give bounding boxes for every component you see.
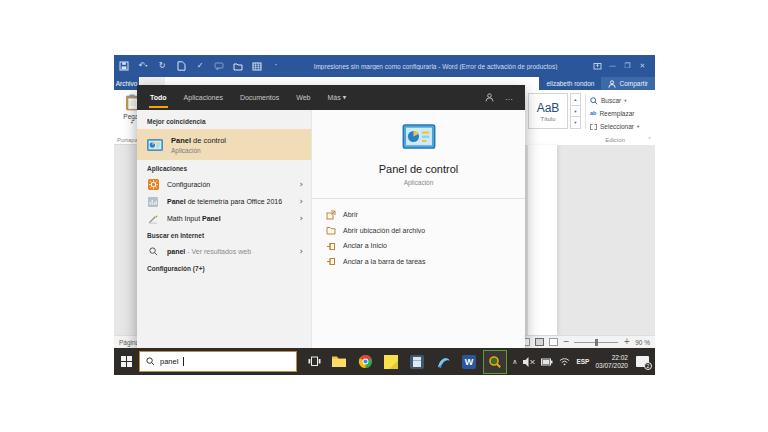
- group-divider: [585, 94, 586, 129]
- find-button[interactable]: Buscar▾: [590, 94, 639, 107]
- close-button[interactable]: ✕: [635, 62, 650, 70]
- wifi-icon[interactable]: [559, 357, 570, 366]
- result-panel-telemetria[interactable]: Panel de telemetría para Office 2016 ›: [137, 193, 311, 210]
- tab-archivo[interactable]: Archivo: [114, 77, 139, 90]
- clock[interactable]: 22:02 03/07/2020: [595, 354, 628, 370]
- chevron-right-icon[interactable]: ›: [299, 214, 303, 223]
- taskbar-app-file-explorer[interactable]: [326, 348, 352, 375]
- select-dropdown-icon: ▾: [637, 124, 639, 129]
- share-label: Compartir: [619, 80, 648, 87]
- tab-mas[interactable]: Más▼: [326, 94, 347, 101]
- result-math-input-panel[interactable]: Math Input Panel ›: [137, 210, 311, 227]
- taskbar-app-sticky-notes[interactable]: [378, 348, 404, 375]
- find-dropdown-icon: ▾: [624, 98, 626, 103]
- new-document-icon[interactable]: [176, 61, 186, 71]
- taskbar-app-chrome[interactable]: [352, 348, 378, 375]
- word-title-bar: ↶▾ ↻ ✓ · Impresiones sin margen como con…: [114, 55, 655, 77]
- zoom-out-button[interactable]: −: [563, 338, 570, 346]
- battery-icon[interactable]: [541, 358, 553, 366]
- comment-icon[interactable]: [214, 61, 224, 71]
- action-label: Anclar a Inicio: [343, 242, 387, 249]
- taskbar: panel W ∧ ESP 22:02: [114, 348, 655, 375]
- search-icon: [146, 357, 155, 366]
- result-web-panel[interactable]: panel - Ver resultados web ›: [137, 243, 311, 260]
- tab-web[interactable]: Web: [295, 94, 311, 101]
- find-label: Buscar: [601, 97, 621, 104]
- action-anclar-inicio[interactable]: Anclar a Inicio: [312, 238, 525, 254]
- zoom-slider[interactable]: [574, 342, 618, 343]
- best-match-subtitle: Aplicación: [171, 147, 226, 154]
- text-caret: [183, 357, 184, 366]
- qat-more-icon[interactable]: ·: [271, 61, 281, 71]
- zoom-in-button[interactable]: +: [623, 338, 630, 346]
- gallery-up-button[interactable]: ▴: [570, 93, 581, 106]
- apps-header: Aplicaciones: [137, 160, 311, 176]
- style-name-label: Título: [540, 116, 555, 122]
- search-icon: [590, 97, 598, 105]
- task-view-button[interactable]: [302, 356, 326, 367]
- tab-mas-label: Más: [327, 94, 340, 101]
- pin-icon: [326, 241, 336, 251]
- item-text-rest: Configuración: [167, 181, 210, 188]
- gallery-more-button[interactable]: ▾: [570, 117, 581, 129]
- feedback-icon[interactable]: [485, 93, 494, 102]
- gallery-down-button[interactable]: ▾: [570, 106, 581, 118]
- tab-todo[interactable]: Todo: [149, 94, 168, 101]
- chevron-right-icon[interactable]: ›: [299, 197, 303, 206]
- signed-in-user[interactable]: elizabeth rondon: [539, 77, 601, 90]
- collapse-ribbon-icon[interactable]: ˄: [648, 136, 651, 143]
- spelling-check-icon[interactable]: ✓: [195, 61, 205, 71]
- web-layout-icon[interactable]: [549, 338, 558, 346]
- ribbon-display-options-icon[interactable]: [590, 62, 605, 71]
- result-configuracion[interactable]: Configuración ›: [137, 176, 311, 193]
- pin-icon: [326, 256, 336, 266]
- select-icon: [590, 124, 597, 130]
- share-button[interactable]: Compartir: [601, 77, 655, 90]
- calculator-icon: [410, 355, 424, 369]
- open-folder-icon[interactable]: [233, 61, 243, 71]
- tab-aplicaciones[interactable]: Aplicaciones: [183, 94, 224, 101]
- ribbon-right-cluster: AaB Título ▴ ▾ ▾ Buscar▾ ab Reemplazar: [525, 90, 655, 145]
- best-match-header: Mejor coincidencia: [137, 113, 311, 129]
- settings-header[interactable]: Configuración (7+): [137, 260, 311, 276]
- restore-button[interactable]: ❐: [620, 62, 635, 70]
- math-input-panel-icon: [148, 214, 158, 224]
- table-icon[interactable]: [252, 61, 262, 71]
- start-button[interactable]: [114, 348, 139, 375]
- gear-icon: [148, 179, 159, 190]
- taskbar-app-word[interactable]: W: [456, 348, 482, 375]
- replace-button[interactable]: ab Reemplazar: [590, 107, 639, 120]
- hidden-icons-chevron[interactable]: ∧: [512, 358, 517, 366]
- telemetry-panel-icon: [148, 197, 158, 207]
- web-query-rest: - Ver resultados web: [185, 248, 251, 255]
- taskbar-app-active[interactable]: [482, 348, 508, 375]
- more-options-icon[interactable]: …: [505, 93, 513, 102]
- select-button[interactable]: Seleccionar▾: [590, 120, 639, 133]
- taskbar-search-input[interactable]: panel: [139, 351, 297, 372]
- chevron-right-icon[interactable]: ›: [299, 180, 303, 189]
- save-icon[interactable]: [119, 61, 129, 71]
- detail-top: Panel de control Aplicación: [312, 110, 525, 186]
- action-center-icon[interactable]: 2: [636, 356, 649, 367]
- paint3d-icon: [436, 355, 451, 369]
- style-gallery-item-titulo[interactable]: AaB Título: [528, 93, 568, 129]
- open-icon: [326, 210, 336, 220]
- taskbar-app-calculator[interactable]: [404, 348, 430, 375]
- chevron-right-icon[interactable]: ›: [299, 247, 303, 256]
- best-match-item[interactable]: Panel de control Aplicación: [137, 129, 311, 160]
- zoom-level[interactable]: 90 %: [635, 339, 650, 346]
- language-indicator[interactable]: ESP: [576, 358, 589, 365]
- zoom-slider-thumb[interactable]: [595, 339, 598, 346]
- volume-muted-icon[interactable]: [523, 357, 535, 367]
- minimize-button[interactable]: —: [605, 62, 620, 70]
- action-anclar-barra[interactable]: Anclar a la barra de tareas: [312, 254, 525, 270]
- action-abrir-ubicacion[interactable]: Abrir ubicación del archivo: [312, 223, 525, 239]
- replace-label: Reemplazar: [599, 110, 634, 117]
- undo-icon[interactable]: ↶▾: [138, 61, 148, 71]
- tab-documentos[interactable]: Documentos: [239, 94, 280, 101]
- taskbar-app-paint3d[interactable]: [430, 348, 456, 375]
- best-match-title-rest: de control: [191, 136, 226, 145]
- redo-icon[interactable]: ↻: [157, 61, 167, 71]
- print-layout-icon[interactable]: [535, 338, 544, 346]
- action-abrir[interactable]: Abrir: [312, 207, 525, 223]
